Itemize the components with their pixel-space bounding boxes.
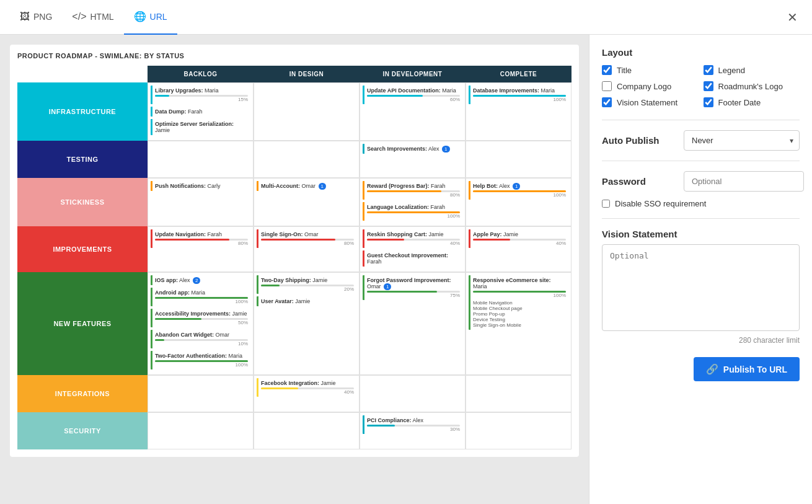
swim-integrations: INTEGRATIONS — [17, 375, 148, 412]
password-label: Password — [602, 176, 676, 187]
card: Help Bot: Alex 1100% — [469, 181, 568, 200]
cell-sec-backlog — [148, 412, 254, 449]
cell-nf-complete: Responsive eCommerce site: Maria100% Mob… — [466, 272, 571, 375]
cell-int-dev — [360, 375, 466, 412]
card: Library Upgrades: Maria15% — [151, 86, 250, 104]
cell-sec-complete — [466, 412, 571, 449]
card: Language Localization: Farah100% — [363, 202, 462, 221]
roadmap-title: PRODUCT ROADMAP - SWIMLANE: BY STATUS — [17, 52, 571, 60]
auto-publish-row: Auto Publish Never Daily Weekly Monthly … — [602, 130, 800, 151]
checkbox-roadmunk-logo[interactable]: Roadmunk's Logo — [704, 81, 800, 91]
card: Push Notifications: Carly — [151, 181, 250, 191]
cell-test-complete — [466, 141, 571, 178]
swim-stickiness: STICKINESS — [17, 178, 148, 226]
card: IOS app: Alex 2 — [151, 275, 250, 285]
checkbox-company-logo-label: Company Logo — [617, 82, 671, 91]
checkbox-legend[interactable]: Legend — [704, 65, 800, 75]
checkbox-roadmunk-logo-label: Roadmunk's Logo — [718, 82, 783, 91]
col-backlog: BACKLOG — [148, 66, 254, 82]
card: Update Navigation: Farah80% — [151, 229, 250, 248]
close-button[interactable]: ✕ — [782, 7, 802, 27]
checkbox-vision-statement-input[interactable] — [602, 97, 612, 107]
cell-impr-design: Single Sign-On: Omar80% — [254, 226, 360, 272]
checkbox-footer-date[interactable]: Footer Date — [704, 97, 800, 107]
roadmap-container: PRODUCT ROADMAP - SWIMLANE: BY STATUS BA… — [10, 45, 579, 457]
globe-icon: 🌐 — [134, 11, 146, 22]
card: Two-Day Shipping: Jamie20% — [257, 275, 356, 294]
checkbox-company-logo-input[interactable] — [602, 81, 612, 91]
cell-int-backlog — [148, 375, 254, 412]
card: Single Sign-On: Omar80% — [257, 229, 356, 248]
layout-grid: Title Legend Company Logo Roadmunk's Log… — [602, 65, 800, 107]
cell-nf-backlog: IOS app: Alex 2 Android app: Maria100% A… — [148, 272, 254, 375]
cell-int-complete — [466, 375, 571, 412]
checkbox-roadmunk-logo-input[interactable] — [704, 81, 713, 91]
card: Responsive eCommerce site: Maria100% Mob… — [469, 275, 568, 330]
checkbox-legend-input[interactable] — [704, 65, 713, 75]
card: User Avatar: Jamie — [257, 296, 356, 306]
main-content: PRODUCT ROADMAP - SWIMLANE: BY STATUS BA… — [0, 35, 812, 504]
checkbox-footer-date-label: Footer Date — [718, 98, 761, 107]
tab-html[interactable]: </> HTML — [62, 0, 123, 35]
checkbox-title[interactable]: Title — [602, 65, 699, 75]
col-in-dev: IN DEVELOPMENT — [360, 66, 466, 82]
tab-url[interactable]: 🌐 URL — [124, 0, 177, 35]
tab-html-label: HTML — [90, 12, 113, 22]
swim-new-features: NEW FEATURES — [17, 272, 148, 375]
swim-improvements: IMPROVEMENTS — [17, 226, 148, 272]
cell-infra-dev: Update API Documentation: Maria60% — [360, 82, 466, 141]
password-row: Password — [602, 171, 800, 192]
divider-2 — [602, 161, 800, 161]
checkbox-title-input[interactable] — [602, 65, 612, 75]
checkbox-company-logo[interactable]: Company Logo — [602, 81, 699, 91]
cell-test-backlog — [148, 141, 254, 178]
card: Abandon Cart Widget: Omar10% — [151, 330, 250, 348]
publish-button[interactable]: 🔗 Publish To URL — [694, 357, 800, 381]
cell-stick-complete: Help Bot: Alex 1100% — [466, 178, 571, 226]
cell-sec-dev: PCI Compliance: Alex30% — [360, 412, 466, 449]
checkbox-legend-label: Legend — [718, 66, 745, 75]
card: Search Improvements: Alex 1 — [363, 144, 462, 154]
auto-publish-label: Auto Publish — [602, 135, 676, 146]
cell-nf-dev: Forgot Password Improvement: Omar 175% — [360, 272, 466, 375]
disable-sso-label: Disable SSO requirement — [615, 199, 706, 208]
right-panel: Layout Title Legend Company Logo Roadmun… — [589, 35, 812, 504]
auto-publish-select[interactable]: Never Daily Weekly Monthly — [684, 130, 800, 151]
card: Accessibility Improvements: Jamie50% — [151, 309, 250, 327]
cell-stick-backlog: Push Notifications: Carly — [148, 178, 254, 226]
layout-section: Layout Title Legend Company Logo Roadmun… — [602, 47, 800, 107]
cell-infra-design — [254, 82, 360, 141]
swim-testing: TESTING — [17, 141, 148, 178]
checkbox-title-label: Title — [617, 66, 632, 75]
card: Multi-Account: Omar 1 — [257, 181, 356, 191]
divider-1 — [602, 120, 800, 120]
cell-stick-dev: Reward (Progress Bar): Farah80% Language… — [360, 178, 466, 226]
tab-png[interactable]: 🖼 PNG — [10, 0, 62, 35]
card: Update API Documentation: Maria60% — [363, 86, 462, 104]
card: Database Improvements: Maria100% — [469, 86, 568, 104]
cell-test-dev: Search Improvements: Alex 1 — [360, 141, 466, 178]
col-complete: COMPLETE — [466, 66, 571, 82]
link-icon: 🔗 — [706, 363, 718, 375]
swim-security: SECURITY — [17, 412, 148, 449]
password-input[interactable] — [684, 171, 804, 192]
checkbox-vision-statement[interactable]: Vision Statement — [602, 97, 699, 107]
vision-textarea[interactable] — [602, 244, 800, 331]
cell-impr-backlog: Update Navigation: Farah80% — [148, 226, 254, 272]
card: Facebook Integration: Jamie40% — [257, 378, 356, 397]
tab-png-label: PNG — [33, 12, 52, 22]
header-spacer — [17, 66, 148, 82]
divider-3 — [602, 218, 800, 219]
card: PCI Compliance: Alex30% — [363, 415, 462, 434]
cell-sec-design — [254, 412, 360, 449]
card: Data Dump: Farah — [151, 107, 250, 117]
disable-sso-row[interactable]: Disable SSO requirement — [602, 199, 800, 208]
card: Android app: Maria100% — [151, 288, 250, 306]
top-bar: 🖼 PNG </> HTML 🌐 URL ✕ — [0, 0, 812, 35]
char-limit: 280 character limit — [602, 336, 800, 345]
card: Apple Pay: Jamie40% — [469, 229, 568, 248]
vision-label: Vision Statement — [602, 229, 800, 239]
disable-sso-checkbox[interactable] — [602, 200, 610, 208]
checkbox-footer-date-input[interactable] — [704, 97, 713, 107]
cell-impr-dev: Reskin Shopping Cart: Jamie40% Guest Che… — [360, 226, 466, 272]
